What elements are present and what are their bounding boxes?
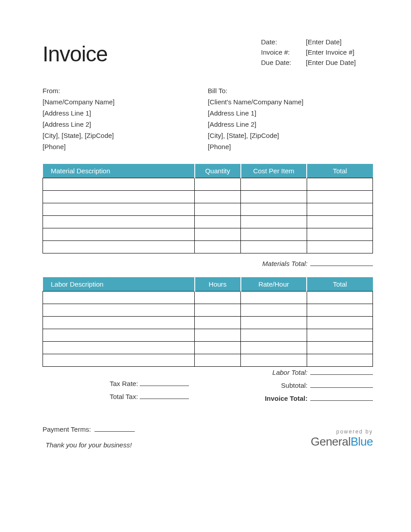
labor-cell-qty[interactable] [195,342,241,354]
labor-header-total: Total [307,277,372,292]
table-row [43,203,373,216]
materials-cell-cost[interactable] [241,191,307,203]
labor-header-qty: Hours [195,277,241,292]
invoice-total-value[interactable] [310,393,373,401]
labor-cell-qty[interactable] [195,354,241,367]
labor-cell-desc[interactable] [43,317,195,329]
from-addr2[interactable]: [Address Line 2] [43,120,208,128]
labor-cell-qty[interactable] [195,304,241,317]
materials-cell-cost[interactable] [241,216,307,228]
labor-cell-desc[interactable] [43,292,195,304]
invoice-meta: Date: [Enter Date] Invoice #: [Enter Inv… [261,38,373,69]
materials-header-qty: Quantity [195,164,241,178]
bill-to-city[interactable]: [City], [State], [ZipCode] [208,132,373,139]
invoice-number-label: Invoice #: [261,48,306,56]
payment-terms-label: Payment Terms: [43,425,91,433]
materials-cell-qty[interactable] [195,178,241,191]
table-row [43,228,373,241]
due-date-label: Due Date: [261,59,306,66]
materials-cell-total[interactable] [307,178,372,191]
materials-cell-qty[interactable] [195,216,241,228]
materials-cell-desc[interactable] [43,178,195,191]
subtotal-value[interactable] [310,380,373,388]
materials-cell-desc[interactable] [43,191,195,203]
materials-cell-desc[interactable] [43,216,195,228]
materials-cell-desc[interactable] [43,241,195,253]
labor-cell-cost[interactable] [241,329,307,342]
labor-cell-desc[interactable] [43,342,195,354]
materials-cell-cost[interactable] [241,178,307,191]
materials-cell-cost[interactable] [241,241,307,253]
materials-cell-qty[interactable] [195,203,241,216]
materials-header-desc: Material Description [43,164,195,178]
table-row [43,342,373,354]
payment-terms-value[interactable] [94,424,135,432]
bill-to-name[interactable]: [Client's Name/Company Name] [208,98,373,106]
labor-cell-qty[interactable] [195,329,241,342]
materials-cell-total[interactable] [307,216,372,228]
labor-cell-total[interactable] [307,329,372,342]
from-block: From: [Name/Company Name] [Address Line … [43,87,208,154]
from-addr1[interactable]: [Address Line 1] [43,109,208,117]
from-phone[interactable]: [Phone] [43,143,208,150]
table-row [43,216,373,228]
labor-header-desc: Labor Description [43,277,195,292]
materials-cell-total[interactable] [307,228,372,241]
materials-total-value[interactable] [310,258,373,266]
materials-table: Material Description Quantity Cost Per I… [43,164,373,253]
bill-to-heading: Bill To: [208,87,373,94]
labor-cell-desc[interactable] [43,329,195,342]
materials-cell-cost[interactable] [241,228,307,241]
materials-cell-total[interactable] [307,203,372,216]
thank-you-text: Thank you for your business! [43,441,135,449]
logo-text-1: General [311,435,351,448]
labor-cell-cost[interactable] [241,292,307,304]
materials-cell-desc[interactable] [43,228,195,241]
materials-cell-desc[interactable] [43,203,195,216]
materials-cell-qty[interactable] [195,228,241,241]
from-city[interactable]: [City], [State], [ZipCode] [43,132,208,139]
table-row [43,292,373,304]
table-row [43,304,373,317]
invoice-number-value[interactable]: [Enter Invoice #] [306,48,373,56]
logo-text-2: Blue [351,435,373,448]
logo-block: powered by GeneralBlue [311,429,373,449]
labor-cell-total[interactable] [307,317,372,329]
tax-rate-label: Tax Rate: [110,380,138,387]
labor-cell-total[interactable] [307,292,372,304]
bill-to-addr1[interactable]: [Address Line 1] [208,109,373,117]
labor-cell-total[interactable] [307,354,372,367]
table-row [43,241,373,253]
labor-cell-desc[interactable] [43,354,195,367]
labor-table: Labor Description Hours Rate/Hour Total [43,277,373,367]
table-row [43,178,373,191]
labor-cell-total[interactable] [307,342,372,354]
date-label: Date: [261,38,306,46]
total-tax-value[interactable] [140,391,189,399]
due-date-value[interactable]: [Enter Due Date] [306,59,373,66]
labor-total-value[interactable] [310,367,373,375]
subtotal-label: Subtotal: [281,382,308,389]
labor-cell-desc[interactable] [43,304,195,317]
from-name[interactable]: [Name/Company Name] [43,98,208,106]
labor-cell-qty[interactable] [195,317,241,329]
labor-cell-total[interactable] [307,304,372,317]
labor-cell-qty[interactable] [195,292,241,304]
labor-cell-cost[interactable] [241,317,307,329]
labor-cell-cost[interactable] [241,304,307,317]
materials-cell-qty[interactable] [195,191,241,203]
materials-cell-total[interactable] [307,191,372,203]
table-row [43,317,373,329]
table-row [43,329,373,342]
materials-cell-qty[interactable] [195,241,241,253]
tax-rate-value[interactable] [140,378,189,386]
labor-cell-cost[interactable] [241,354,307,367]
bill-to-addr2[interactable]: [Address Line 2] [208,120,373,128]
date-value[interactable]: [Enter Date] [306,38,373,46]
labor-header-cost: Rate/Hour [241,277,307,292]
table-row [43,191,373,203]
bill-to-phone[interactable]: [Phone] [208,143,373,150]
materials-cell-total[interactable] [307,241,372,253]
materials-cell-cost[interactable] [241,203,307,216]
labor-cell-cost[interactable] [241,342,307,354]
